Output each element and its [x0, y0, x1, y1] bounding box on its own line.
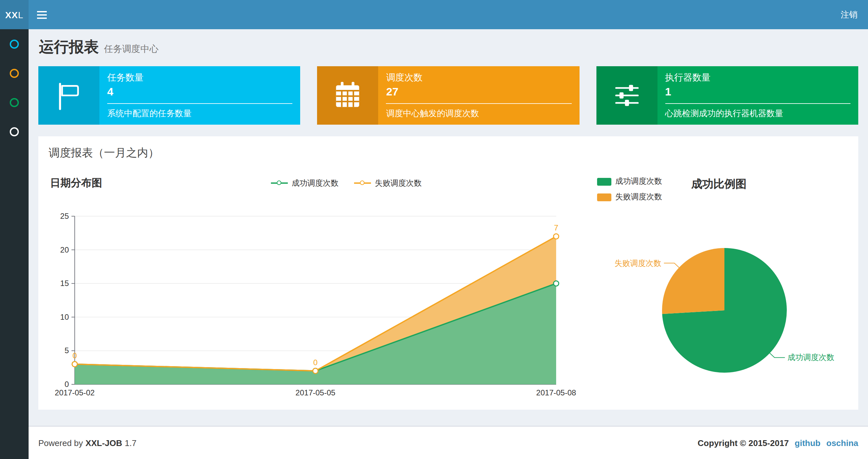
calendar-icon [317, 66, 378, 125]
svg-text:20: 20 [60, 245, 69, 254]
info-box-value: 27 [386, 86, 572, 99]
info-box-executors: 执行器数量 1 心跳检测成功的执行器机器数量 [596, 66, 858, 125]
logout-link[interactable]: 注销 [830, 0, 868, 29]
info-box-row: 任务数量 4 系统中配置的任务数量 [29, 57, 868, 125]
app-logo-light: L [18, 9, 23, 20]
info-box-desc: 调度中心触发的调度次数 [386, 108, 572, 120]
info-box-jobs: 任务数量 4 系统中配置的任务数量 [38, 66, 301, 125]
app-logo-bold: XX [5, 9, 18, 20]
product-version: 1.7 [125, 438, 136, 448]
powered-by-text: Powered by [38, 438, 83, 448]
copyright-text: Copyright © 2015-2017 [698, 438, 789, 448]
sliders-icon [596, 66, 657, 125]
report-panel-title: 调度报表（一月之内） [38, 136, 858, 168]
pie-chart-title: 成功比例图 [691, 176, 746, 192]
info-box-label: 调度次数 [386, 72, 572, 84]
report-panel: 调度报表（一月之内） 日期分布图 成功调度次数失败调度次数 0510152025… [38, 136, 858, 409]
line-legend-item[interactable]: 成功调度次数 [271, 177, 339, 189]
pie-chart: 成功调度次数失败调度次数 [591, 202, 852, 384]
top-navbar: XXL 注销 [0, 0, 868, 29]
svg-text:10: 10 [60, 313, 69, 321]
sidebar-item-3-circle-icon[interactable] [10, 98, 19, 107]
pie-legend-item[interactable]: 失败调度次数 [597, 192, 662, 202]
svg-text:失败调度次数: 失败调度次数 [615, 259, 661, 267]
svg-text:15: 15 [60, 279, 69, 288]
page-subtitle: 任务调度中心 [104, 43, 158, 55]
page-header: 运行报表 任务调度中心 [29, 29, 868, 57]
navbar-right: 注销 [830, 0, 868, 29]
page-title: 运行报表 [39, 37, 99, 57]
line-chart-legend: 成功调度次数失败调度次数 [271, 177, 422, 189]
sidebar [0, 29, 29, 459]
github-link[interactable]: github [795, 438, 820, 448]
app-root: XXL 注销 运行报表 任务调度中心 [0, 0, 868, 459]
info-box-label: 任务数量 [107, 72, 293, 84]
svg-text:5: 5 [65, 346, 69, 355]
sidebar-item-4-circle-icon[interactable] [10, 127, 19, 136]
info-box-desc: 系统中配置的任务数量 [107, 108, 293, 120]
legend-line-marker-icon [354, 180, 371, 186]
svg-text:0: 0 [65, 380, 69, 389]
sidebar-item-1-circle-icon[interactable] [10, 40, 19, 49]
legend-swatch-icon [597, 177, 611, 185]
oschina-link[interactable]: oschina [827, 438, 858, 448]
date-distribution-chart-block: 日期分布图 成功调度次数失败调度次数 05101520252017-05-022… [45, 168, 591, 400]
svg-text:成功调度次数: 成功调度次数 [787, 353, 834, 362]
svg-text:7: 7 [554, 223, 558, 232]
svg-text:0: 0 [313, 358, 317, 367]
svg-text:2017-05-02: 2017-05-02 [55, 388, 95, 397]
info-box-label: 执行器数量 [665, 72, 850, 84]
info-box-desc: 心跳检测成功的执行器机器数量 [665, 108, 850, 120]
app-logo[interactable]: XXL [0, 0, 29, 29]
line-legend-item[interactable]: 失败调度次数 [354, 177, 422, 189]
info-box-value: 4 [107, 86, 293, 99]
info-box-value: 1 [665, 86, 850, 99]
sidebar-toggle-button[interactable] [29, 0, 55, 29]
success-ratio-chart-block: 成功调度次数失败调度次数 成功比例图 成功调度次数失败调度次数 [591, 168, 852, 400]
content-area: 运行报表 任务调度中心 任务数量 4 系统中配置的任务数量 [29, 0, 868, 409]
legend-swatch-icon [597, 193, 611, 201]
svg-text:2017-05-08: 2017-05-08 [536, 388, 576, 397]
pie-legend-item[interactable]: 成功调度次数 [597, 176, 662, 187]
svg-text:25: 25 [60, 211, 69, 221]
line-chart-title: 日期分布图 [50, 176, 102, 190]
info-box-triggers: 调度次数 27 调度中心触发的调度次数 [317, 66, 580, 125]
product-name: XXL-JOB [86, 438, 122, 448]
svg-text:0: 0 [72, 351, 77, 360]
sidebar-item-2-circle-icon[interactable] [10, 69, 19, 78]
svg-text:2017-05-05: 2017-05-05 [296, 388, 336, 397]
page-footer: Powered by XXL-JOB 1.7 Copyright © 2015-… [29, 426, 868, 459]
flag-icon [38, 66, 99, 125]
stacked-area-chart: 05101520252017-05-022017-05-052017-05-08… [45, 192, 591, 400]
hamburger-icon [37, 11, 46, 12]
pie-chart-legend: 成功调度次数失败调度次数 [597, 176, 662, 202]
legend-line-marker-icon [271, 180, 288, 186]
